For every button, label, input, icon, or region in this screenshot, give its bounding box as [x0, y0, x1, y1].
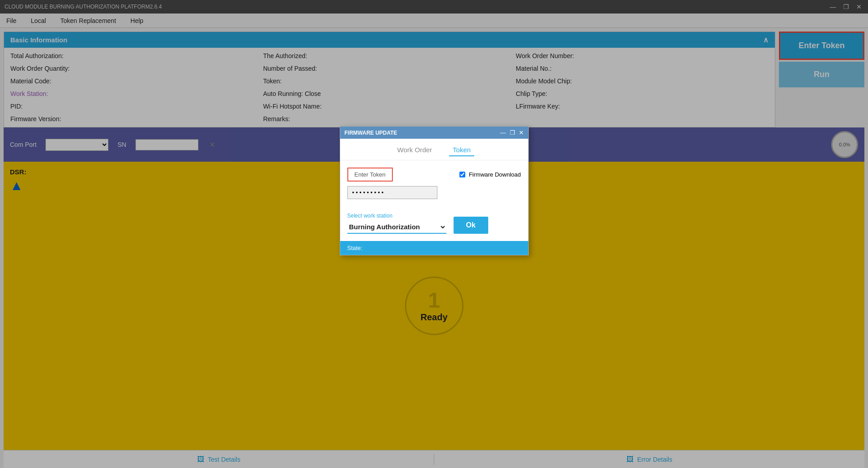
- firmware-download-checkbox[interactable]: [459, 172, 465, 177]
- modal-title: FIRMWARE UPDATE: [345, 130, 397, 136]
- workstation-select-section: Select work station Burning Authorizatio…: [347, 213, 521, 234]
- ws-select-label: Select work station: [347, 213, 446, 219]
- modal-title-bar: FIRMWARE UPDATE — ❐ ✕: [340, 127, 528, 139]
- tab-work-order[interactable]: Work Order: [394, 144, 436, 156]
- state-label: State:: [347, 245, 363, 251]
- modal-tabs: Work Order Token: [340, 139, 528, 160]
- modal-restore-button[interactable]: ❐: [510, 129, 515, 136]
- ws-select-wrapper: Select work station Burning Authorizatio…: [347, 213, 446, 234]
- modal-state-bar: State:: [340, 241, 528, 255]
- tab-token[interactable]: Token: [449, 144, 474, 156]
- modal-body: Enter Token Firmware Download Select wor…: [340, 160, 528, 241]
- modal-overlay: FIRMWARE UPDATE — ❐ ✕ Work Order Token E…: [0, 0, 868, 468]
- firmware-update-modal: FIRMWARE UPDATE — ❐ ✕ Work Order Token E…: [340, 126, 529, 255]
- firmware-checkbox-row: Firmware Download: [459, 171, 521, 178]
- modal-close-button[interactable]: ✕: [519, 129, 524, 136]
- modal-enter-token-button[interactable]: Enter Token: [347, 168, 393, 182]
- modal-title-controls: — ❐ ✕: [500, 129, 524, 136]
- ok-button[interactable]: Ok: [454, 217, 488, 234]
- token-input-area: [347, 186, 437, 199]
- firmware-download-label: Firmware Download: [469, 171, 521, 178]
- workstation-select[interactable]: Burning Authorization: [347, 221, 446, 234]
- token-text-input[interactable]: [347, 186, 437, 199]
- token-left-section: Enter Token: [347, 168, 437, 206]
- modal-minimize-button[interactable]: —: [500, 129, 506, 136]
